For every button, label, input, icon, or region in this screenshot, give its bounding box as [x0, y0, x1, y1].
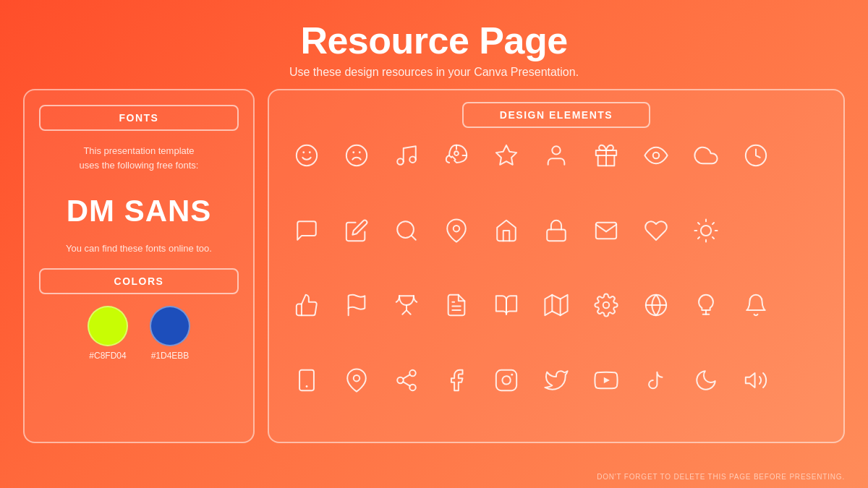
icon-empty-3 [783, 210, 829, 251]
icon-rocket [433, 135, 479, 176]
fonts-label: FONTS [39, 105, 239, 131]
page-title: Resource Page [0, 20, 868, 61]
icons-grid [284, 135, 829, 430]
svg-line-26 [698, 237, 699, 239]
svg-point-44 [397, 377, 404, 383]
icon-book [483, 285, 529, 325]
svg-point-35 [603, 302, 610, 309]
icon-chat [284, 210, 329, 251]
svg-line-23 [712, 237, 714, 239]
color-swatches: #C8FD04 #1D4EBB [39, 306, 239, 361]
svg-point-43 [409, 370, 416, 376]
left-panel: FONTS This presentation template uses th… [23, 89, 255, 443]
svg-line-47 [403, 374, 410, 379]
icon-facebook [433, 360, 479, 401]
icon-globe [634, 285, 679, 325]
icon-lock [533, 210, 579, 251]
fonts-description: This presentation template uses the foll… [80, 144, 199, 172]
svg-point-19 [701, 226, 711, 236]
svg-line-46 [403, 382, 410, 386]
color-circle-2 [150, 306, 190, 346]
svg-line-16 [411, 235, 415, 239]
main-content: FONTS This presentation template uses th… [0, 89, 868, 443]
svg-point-13 [653, 153, 660, 159]
svg-rect-18 [547, 229, 566, 241]
color-hex-2: #1D4EBB [151, 351, 190, 361]
icon-search [383, 210, 429, 251]
icon-person [533, 135, 579, 176]
icon-location [333, 360, 379, 401]
icon-pin [433, 210, 479, 251]
icon-phone [284, 360, 329, 401]
icon-map [533, 285, 579, 325]
design-elements-label: DESIGN ELEMENTS [462, 102, 650, 128]
svg-marker-51 [746, 373, 755, 388]
svg-rect-48 [496, 370, 516, 390]
header: Resource Page Use these design resources… [0, 0, 868, 89]
icon-gift [584, 135, 629, 176]
font-name-display: DM SANS [67, 194, 212, 228]
icon-smile [284, 135, 329, 176]
svg-marker-50 [604, 377, 610, 383]
svg-marker-9 [496, 145, 516, 165]
icon-cloud [684, 135, 729, 176]
svg-point-17 [454, 226, 460, 232]
icon-pencil [333, 210, 379, 251]
svg-point-0 [296, 145, 316, 166]
icon-sun [684, 210, 729, 251]
color-hex-1: #C8FD04 [89, 351, 126, 361]
icon-share [383, 360, 429, 401]
colors-section: COLORS #C8FD04 #1D4EBB [39, 268, 239, 361]
footer-note: DON'T FORGET TO DELETE THIS PAGE BEFORE … [597, 473, 845, 481]
svg-point-8 [454, 152, 459, 156]
right-panel: DESIGN ELEMENTS [268, 89, 845, 443]
svg-point-45 [409, 384, 416, 390]
icon-music [383, 135, 429, 176]
icon-youtube [584, 360, 629, 401]
icon-sad [333, 135, 379, 176]
fonts-online-text: You can find these fonts online too. [66, 243, 212, 254]
icon-megaphone [733, 360, 779, 401]
icon-empty-2 [733, 210, 779, 251]
svg-line-27 [712, 223, 714, 224]
colors-label: COLORS [39, 268, 239, 294]
icon-bell [733, 285, 779, 325]
svg-point-42 [353, 375, 359, 382]
svg-marker-32 [545, 295, 567, 315]
icon-home [483, 210, 529, 251]
svg-line-22 [698, 223, 699, 224]
icon-lightbulb [684, 285, 729, 325]
icon-heart [634, 210, 679, 251]
icon-document [433, 285, 479, 325]
icon-twitter [533, 360, 579, 401]
icon-empty-5 [783, 360, 829, 401]
icon-eye [634, 135, 679, 176]
icon-thumbsup [284, 285, 329, 325]
color-circle-1 [88, 306, 128, 346]
svg-rect-40 [299, 370, 314, 390]
icon-empty-1 [783, 135, 829, 176]
icon-empty-4 [783, 285, 829, 325]
icon-tiktok [634, 360, 679, 401]
svg-point-10 [552, 146, 560, 154]
page-subtitle: Use these design resources in your Canva… [0, 66, 868, 79]
icon-trophy [383, 285, 429, 325]
icon-mail [584, 210, 629, 251]
color-swatch-2: #1D4EBB [150, 306, 190, 361]
icon-settings [584, 285, 629, 325]
icon-flag [333, 285, 379, 325]
icon-star [483, 135, 529, 176]
svg-point-3 [346, 145, 366, 166]
color-swatch-1: #C8FD04 [88, 306, 128, 361]
icon-instagram [483, 360, 529, 401]
svg-point-6 [397, 158, 404, 165]
icon-clock [733, 135, 779, 176]
icon-moon [684, 360, 729, 401]
svg-point-7 [409, 157, 416, 163]
